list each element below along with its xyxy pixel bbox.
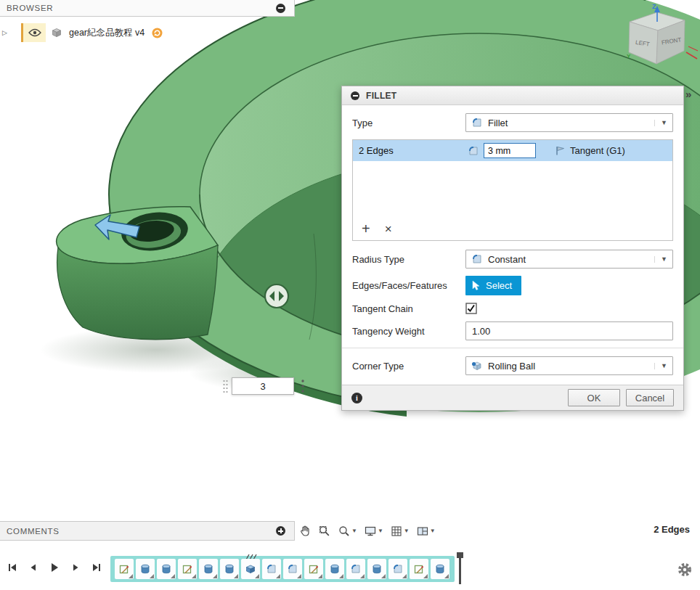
browser-expand-arrow-icon[interactable]: ▷ <box>2 29 11 36</box>
edge-set-count: 2 Edges <box>359 145 468 156</box>
pan-button[interactable] <box>296 523 314 539</box>
tangency-weight-label: Tangency Weight <box>352 326 465 337</box>
eye-icon <box>28 28 41 37</box>
dialog-collapse-icon[interactable] <box>351 91 359 100</box>
browser-panel-header[interactable]: BROWSER <box>0 0 295 17</box>
timeline-playback-controls <box>6 561 103 574</box>
viewport-layout-button[interactable]: ▼ <box>414 523 438 539</box>
timeline-feature-extrude[interactable] <box>431 559 449 579</box>
fillet-dialog-header[interactable]: FILLET <box>342 86 683 105</box>
pan-hand-icon <box>298 525 312 538</box>
timeline-feature-extrude[interactable] <box>220 559 239 579</box>
dimension-drag-handle[interactable] <box>222 379 229 394</box>
add-comment-button[interactable] <box>276 526 285 536</box>
corner-type-row: Corner Type Rolling Ball ▼ <box>352 356 673 375</box>
zoom-fit-button[interactable] <box>316 523 333 539</box>
dialog-title: FILLET <box>366 91 396 101</box>
edge-set-row[interactable]: 2 Edges Tangent (G1) <box>353 140 672 161</box>
fusion-window: LEFT FRONT Z Y BROWSER ▷ gear紀念品教程 v4 <box>0 0 700 590</box>
corner-type-label: Corner Type <box>352 361 465 372</box>
display-settings-button[interactable]: ▼ <box>362 523 386 539</box>
continuity-flag-icon <box>555 145 566 156</box>
timeline-settings-gear-icon[interactable] <box>677 562 693 578</box>
timeline-step-back-button[interactable] <box>27 561 40 574</box>
visibility-toggle[interactable] <box>21 23 46 42</box>
fillet-radius-dimension-input[interactable] <box>232 377 294 395</box>
zoom-fit-icon <box>318 525 331 538</box>
browser-collapse-button[interactable] <box>276 4 285 13</box>
tangency-weight-row: Tangency Weight <box>352 321 673 340</box>
viewcube-y-axis-label: Y <box>627 53 631 60</box>
dimension-input-group <box>222 377 305 395</box>
cursor-icon <box>471 280 481 291</box>
navigation-toolbar: ▼ ▼ ▼ ▼ <box>296 521 438 541</box>
cancel-button[interactable]: Cancel <box>626 389 674 406</box>
timeline-feature-sketch[interactable] <box>115 559 134 579</box>
fillet-radius-icon <box>468 145 479 157</box>
browser-item-row[interactable]: ▷ gear紀念品教程 v4 <box>0 22 163 43</box>
type-dropdown[interactable]: Fillet ▼ <box>465 113 673 132</box>
radius-type-dropdown[interactable]: Constant ▼ <box>465 250 673 269</box>
corner-type-dropdown[interactable]: Rolling Ball ▼ <box>465 356 673 375</box>
ok-button[interactable]: OK <box>568 389 620 406</box>
fillet-drag-handle[interactable] <box>265 284 288 308</box>
timeline-feature-extrude[interactable] <box>325 559 344 579</box>
timeline-feature-box[interactable] <box>241 559 260 579</box>
viewport-layout-icon <box>416 525 429 538</box>
fillet-type-icon <box>471 117 483 128</box>
tangent-chain-checkbox[interactable] <box>465 303 477 314</box>
timeline-feature-fillet[interactable] <box>262 559 281 579</box>
chevron-down-icon: ▼ <box>404 528 410 534</box>
add-edge-set-button[interactable]: + <box>362 221 370 236</box>
zoom-icon <box>338 525 351 538</box>
rolling-ball-icon <box>471 360 483 372</box>
edge-set-radius-input[interactable] <box>484 143 536 158</box>
timeline-play-button[interactable] <box>48 561 61 574</box>
tangent-chain-label: Tangent Chain <box>352 303 465 314</box>
timeline-feature-sketch[interactable] <box>178 559 197 579</box>
edges-row: Edges/Faces/Features Select <box>352 276 673 295</box>
timeline-step-forward-button[interactable] <box>69 561 82 574</box>
edge-set-list[interactable]: 2 Edges Tangent (G1) + <box>352 139 673 241</box>
timeline-go-start-button[interactable] <box>6 561 19 574</box>
corner-type-value: Rolling Ball <box>488 361 535 372</box>
timeline-position-marker[interactable] <box>457 552 464 584</box>
continuity-value[interactable]: Tangent (G1) <box>570 145 625 156</box>
timeline-feature-sketch[interactable] <box>410 559 428 579</box>
timeline-feature-fillet[interactable] <box>283 559 302 579</box>
timeline-feature-extrude[interactable] <box>367 559 386 579</box>
type-value: Fillet <box>488 118 508 128</box>
chevron-down-icon: ▼ <box>654 120 667 126</box>
dialog-divider <box>342 348 683 348</box>
timeline-feature-fillet[interactable] <box>346 559 365 579</box>
info-icon[interactable]: i <box>351 393 362 403</box>
remove-edge-set-button[interactable]: × <box>385 223 392 235</box>
dialog-footer: i OK Cancel <box>342 385 683 410</box>
select-button-label: Select <box>486 280 512 291</box>
timeline-feature-extrude[interactable] <box>136 559 155 579</box>
expand-panel-chevrons[interactable]: » <box>685 88 691 100</box>
zoom-button[interactable]: ▼ <box>335 523 359 539</box>
view-cube[interactable]: LEFT FRONT Z Y <box>621 0 700 83</box>
grid-snap-button[interactable]: ▼ <box>388 523 412 539</box>
timeline-feature-extrude[interactable] <box>157 559 176 579</box>
radius-type-label: Radius Type <box>352 254 465 265</box>
timeline-feature-sketch[interactable] <box>304 559 323 579</box>
timeline-track[interactable] <box>110 556 455 582</box>
edges-label: Edges/Faces/Features <box>352 280 465 291</box>
tangency-weight-input[interactable] <box>465 321 673 340</box>
timeline-go-end-button[interactable] <box>90 561 103 574</box>
chevron-down-icon: ▼ <box>654 363 667 369</box>
fillet-dialog: FILLET Type Fillet ▼ 2 Edges <box>341 86 684 411</box>
select-edges-button[interactable]: Select <box>465 276 521 295</box>
type-label: Type <box>352 118 465 128</box>
timeline-bar <box>0 552 700 590</box>
document-name[interactable]: gear紀念品教程 v4 <box>69 27 145 39</box>
constant-radius-icon <box>471 253 483 265</box>
timeline-feature-extrude[interactable] <box>199 559 218 579</box>
comments-panel-title: COMMENTS <box>7 527 60 536</box>
comments-panel-header[interactable]: COMMENTS <box>0 521 295 541</box>
chevron-down-icon: ▼ <box>351 528 357 534</box>
dimension-options-icon[interactable] <box>301 378 305 394</box>
timeline-feature-fillet[interactable] <box>388 559 407 579</box>
